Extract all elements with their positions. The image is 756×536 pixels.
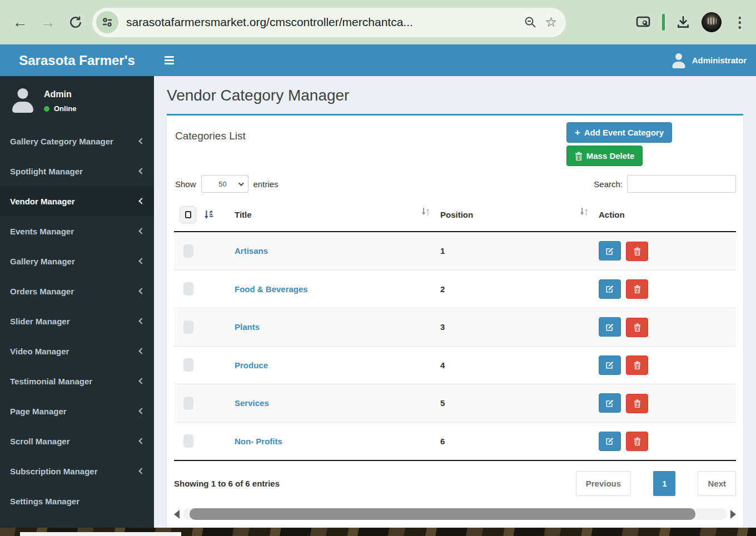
hamburger-icon[interactable] <box>163 53 175 68</box>
site-info-icon[interactable] <box>96 11 118 33</box>
sidebar-item-subscription-manager[interactable]: Subscription Manager <box>0 456 154 486</box>
page-title: Vendor Category Manager <box>167 87 743 104</box>
row-checkbox[interactable] <box>183 358 193 372</box>
edit-button[interactable] <box>599 317 621 337</box>
position-value: 2 <box>440 284 445 294</box>
bookmark-star-icon[interactable]: ☆ <box>545 14 557 30</box>
entries-label: entries <box>253 179 278 189</box>
trash-icon <box>634 399 641 408</box>
chevron-left-icon <box>138 378 145 384</box>
position-value: 6 <box>440 437 445 446</box>
page-length-value: 50 <box>207 180 238 188</box>
row-checkbox[interactable] <box>183 320 193 334</box>
sidebar-item-spotlight-manager[interactable]: Spotlight Manager <box>0 156 154 186</box>
sidebar-item-orders-manager[interactable]: Orders Manager <box>0 276 154 306</box>
position-value: 5 <box>440 398 445 408</box>
position-column-header[interactable]: Position <box>435 199 593 232</box>
sort-both-icon[interactable] <box>421 207 430 218</box>
sidebar-item-gallery-category-manager[interactable]: Gallery Category Manager <box>0 126 154 156</box>
trash-icon <box>634 361 641 369</box>
sidebar-item-testimonial-manager[interactable]: Testimonial Manager <box>0 366 154 396</box>
category-title-link[interactable]: Artisans <box>235 246 268 256</box>
administrator-label: Administrator <box>692 56 747 65</box>
page-1-button[interactable]: 1 <box>653 471 675 496</box>
delete-button[interactable] <box>626 279 648 299</box>
trash-icon <box>575 152 583 161</box>
chevron-left-icon <box>138 138 145 144</box>
delete-button[interactable] <box>626 394 648 413</box>
row-checkbox[interactable] <box>183 282 193 295</box>
sidebar-item-slider-manager[interactable]: Slider Manager <box>0 306 154 336</box>
edit-button[interactable] <box>599 355 621 375</box>
previous-page-button[interactable]: Previous <box>576 471 631 496</box>
table-row: Produce 4 <box>174 346 736 384</box>
table-row: Services 5 <box>174 384 736 423</box>
sidebar-item-events-manager[interactable]: Events Manager <box>0 216 154 246</box>
sidebar-item-vendor-manager[interactable]: Vendor Manager <box>0 186 154 216</box>
desktop-wallpaper <box>0 528 756 536</box>
app-window: Sarasota Farmer's Admin Online Gallery C… <box>0 44 756 528</box>
categories-panel: Categories List + Add Event Category <box>167 114 743 531</box>
table-row: Non- Profits 6 <box>174 422 736 460</box>
browser-menu-icon[interactable]: ⋮ <box>733 14 747 31</box>
sort-amount-icon[interactable] <box>204 210 213 220</box>
chevron-left-icon <box>138 288 145 294</box>
forward-icon[interactable]: → <box>37 11 59 33</box>
chevron-left-icon <box>138 228 145 234</box>
url-text[interactable]: sarasotafarmersmarket.org/cmscontroller/… <box>126 16 516 29</box>
reload-icon[interactable] <box>64 11 87 33</box>
search-input[interactable] <box>627 175 736 193</box>
edit-icon <box>605 399 614 408</box>
row-checkbox[interactable] <box>183 397 193 410</box>
trash-icon <box>634 323 641 332</box>
browser-profile-avatar[interactable] <box>702 12 722 32</box>
brand-title[interactable]: Sarasota Farmer's <box>0 44 154 76</box>
tab-search-icon[interactable] <box>635 15 651 29</box>
back-icon[interactable]: ← <box>9 11 31 33</box>
sidebar-item-scroll-manager[interactable]: Scroll Manager <box>0 426 154 456</box>
category-title-link[interactable]: Services <box>235 398 269 408</box>
delete-button[interactable] <box>626 355 648 375</box>
category-title-link[interactable]: Food & Beverages <box>235 284 308 294</box>
edit-button[interactable] <box>599 279 621 299</box>
table-row: Plants 3 <box>174 308 736 347</box>
category-title-link[interactable]: Produce <box>235 360 268 370</box>
delete-button[interactable] <box>626 432 648 451</box>
row-checkbox[interactable] <box>183 244 193 258</box>
title-column-header[interactable]: Title <box>229 199 435 232</box>
address-bar[interactable]: sarasotafarmersmarket.org/cmscontroller/… <box>92 8 566 37</box>
edit-icon <box>605 437 614 445</box>
sidebar-item-settings-manager[interactable]: Settings Manager <box>0 486 154 516</box>
select-all-checkbox[interactable] <box>180 206 196 223</box>
edit-button[interactable] <box>599 241 621 261</box>
scrollbar-track[interactable] <box>183 508 727 520</box>
category-title-link[interactable]: Plants <box>235 322 260 332</box>
scrollbar-thumb[interactable] <box>190 508 695 520</box>
sidebar-item-video-manager[interactable]: Video Manager <box>0 336 154 366</box>
sort-both-icon[interactable] <box>580 207 589 218</box>
download-icon[interactable] <box>676 15 690 29</box>
extension-pin-icon[interactable] <box>662 14 665 31</box>
mass-delete-button[interactable]: Mass Delete <box>566 146 643 166</box>
delete-button[interactable] <box>626 318 648 337</box>
page-length-select[interactable]: 50 <box>201 175 248 193</box>
category-title-link[interactable]: Non- Profits <box>235 437 282 446</box>
edit-button[interactable] <box>599 393 621 413</box>
zoom-out-icon[interactable] <box>524 16 537 29</box>
administrator-menu[interactable]: Administrator <box>671 53 747 68</box>
add-event-category-button[interactable]: + Add Event Category <box>566 122 672 143</box>
row-checkbox[interactable] <box>183 434 193 448</box>
edit-button[interactable] <box>599 432 621 451</box>
plus-icon: + <box>575 128 580 137</box>
scroll-left-arrow-icon[interactable] <box>174 510 180 519</box>
select-all-header <box>174 199 229 232</box>
sidebar-item-gallery-manager[interactable]: Gallery Manager <box>0 246 154 276</box>
content: Vendor Category Manager Categories List … <box>154 76 756 536</box>
next-page-button[interactable]: Next <box>698 471 736 496</box>
trash-icon <box>634 285 641 293</box>
delete-button[interactable] <box>626 242 648 261</box>
chevron-left-icon <box>138 318 145 324</box>
sidebar-item-page-manager[interactable]: Page Manager <box>0 396 154 426</box>
edit-icon <box>605 284 614 293</box>
scroll-right-arrow-icon[interactable] <box>730 510 736 519</box>
